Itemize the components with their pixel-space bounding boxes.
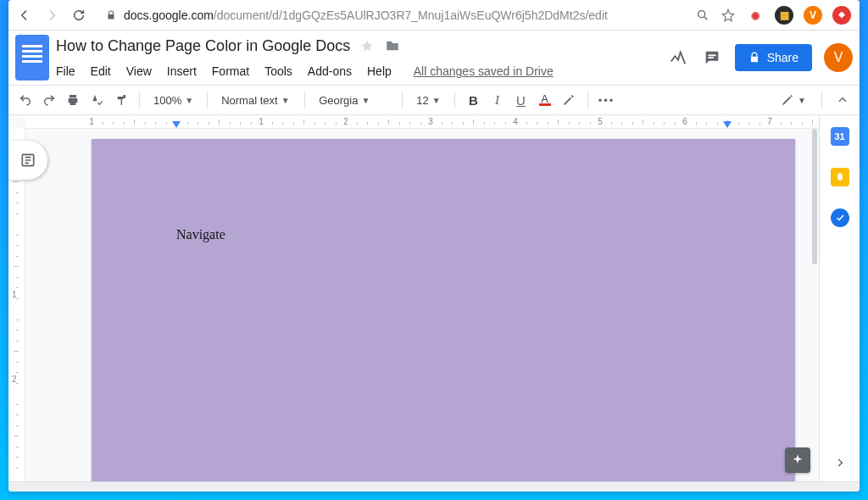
pencil-icon (781, 93, 794, 107)
menu-help[interactable]: Help (367, 64, 392, 78)
undo-button[interactable] (17, 92, 34, 108)
url-text: docs.google.com/document/d/1dgGQzEs5AUlR… (124, 8, 608, 22)
explore-button[interactable] (785, 447, 810, 473)
document-area: 11234567 12 Navigate (8, 115, 819, 481)
calendar-addon-icon[interactable]: 31 (831, 127, 849, 146)
highlight-button[interactable] (560, 92, 577, 108)
indent-right-marker[interactable] (723, 121, 732, 128)
explore-icon (791, 453, 804, 467)
menu-addons[interactable]: Add-ons (308, 64, 352, 78)
zoom-icon[interactable] (695, 8, 710, 23)
toolbar: 100%▼ Normal text▼ Georgia▼ 12▼ B I U A … (8, 85, 860, 115)
ruler-tick: 5 (598, 115, 603, 125)
bold-button[interactable]: B (465, 92, 482, 108)
account-avatar[interactable]: V (824, 43, 853, 72)
spellcheck-button[interactable] (88, 92, 105, 108)
move-folder-icon[interactable] (384, 37, 401, 54)
indent-left-marker[interactable] (172, 121, 181, 128)
outline-icon (19, 152, 36, 169)
keep-addon-icon[interactable] (831, 168, 849, 186)
collapse-toolbar-button[interactable] (834, 92, 851, 108)
horizontal-ruler[interactable]: 11234567 (25, 115, 819, 129)
svg-rect-1 (708, 54, 715, 56)
menu-edit[interactable]: Edit (91, 64, 111, 78)
editing-mode-dropdown[interactable]: ▼ (777, 93, 810, 107)
extension-icon-2[interactable]: ▦ (775, 6, 793, 25)
menu-tools[interactable]: Tools (264, 64, 292, 78)
svg-rect-2 (708, 57, 713, 58)
ruler-tick: 4 (513, 115, 518, 125)
document-title[interactable]: How to Change Page Color in Google Docs (56, 37, 350, 55)
outline-toggle-button[interactable] (8, 141, 47, 180)
scrollbar-thumb[interactable] (812, 129, 817, 264)
vertical-ruler[interactable]: 12 (8, 129, 25, 481)
menu-format[interactable]: Format (212, 64, 249, 78)
document-body-text[interactable]: Navigate (176, 227, 225, 242)
print-button[interactable] (64, 92, 81, 108)
docs-logo-icon[interactable] (15, 35, 49, 81)
share-button-label: Share (767, 51, 798, 64)
back-button[interactable] (17, 8, 32, 23)
style-dropdown[interactable]: Normal text▼ (218, 94, 294, 107)
ruler-tick: 6 (682, 115, 687, 125)
docs-header: How to Change Page Color in Google Docs … (8, 31, 860, 85)
browser-window: docs.google.com/document/d/1dgGQzEs5AUlR… (8, 0, 860, 492)
ruler-tick: 7 (767, 115, 772, 125)
vertical-scrollbar[interactable] (810, 129, 819, 481)
comments-icon[interactable] (701, 47, 723, 69)
url-bar[interactable]: docs.google.com/document/d/1dgGQzEs5AUlR… (98, 8, 683, 22)
extension-icon-3[interactable] (832, 6, 851, 25)
star-document-icon[interactable] (359, 37, 376, 54)
workspace: 11234567 12 Navigate 31 (8, 115, 860, 481)
document-page[interactable]: Navigate (92, 139, 795, 481)
fontsize-dropdown[interactable]: 12▼ (413, 94, 443, 107)
tasks-addon-icon[interactable] (831, 208, 849, 227)
address-bar-actions: ◉ ▦ V (695, 6, 851, 25)
save-status[interactable]: All changes saved in Drive (414, 64, 554, 78)
menu-file[interactable]: File (56, 64, 75, 78)
more-tools-button[interactable]: ••• (598, 92, 615, 108)
lock-icon (105, 9, 117, 21)
menu-view[interactable]: View (126, 64, 152, 78)
ruler-tick: 3 (428, 115, 433, 125)
horizontal-scrollbar[interactable] (8, 481, 860, 492)
reload-button[interactable] (71, 8, 86, 23)
redo-button[interactable] (41, 92, 58, 108)
text-color-button[interactable]: A (537, 92, 554, 108)
font-dropdown[interactable]: Georgia▼ (315, 94, 392, 107)
ruler-tick: 2 (343, 115, 348, 125)
svg-point-0 (698, 10, 705, 17)
star-icon[interactable] (721, 8, 736, 23)
italic-button[interactable]: I (489, 92, 506, 108)
activity-icon[interactable] (667, 47, 689, 69)
forward-button[interactable] (44, 8, 59, 23)
extension-icon-1[interactable]: ◉ (746, 6, 765, 25)
zoom-dropdown[interactable]: 100%▼ (150, 94, 197, 107)
paint-format-button[interactable] (112, 92, 129, 108)
menu-bar: File Edit View Insert Format Tools Add-o… (56, 59, 660, 83)
ruler-tick: 1 (259, 115, 264, 125)
lock-icon (748, 52, 760, 64)
ruler-tick: 1 (89, 115, 94, 125)
browser-profile-avatar[interactable]: V (804, 6, 822, 25)
share-button[interactable]: Share (735, 44, 812, 71)
address-bar: docs.google.com/document/d/1dgGQzEs5AUlR… (8, 0, 860, 31)
side-panel: 31 (819, 115, 860, 481)
page-viewport[interactable]: Navigate (25, 129, 819, 481)
underline-button[interactable]: U (513, 92, 530, 108)
side-panel-toggle[interactable] (834, 457, 846, 471)
menu-insert[interactable]: Insert (167, 64, 197, 78)
